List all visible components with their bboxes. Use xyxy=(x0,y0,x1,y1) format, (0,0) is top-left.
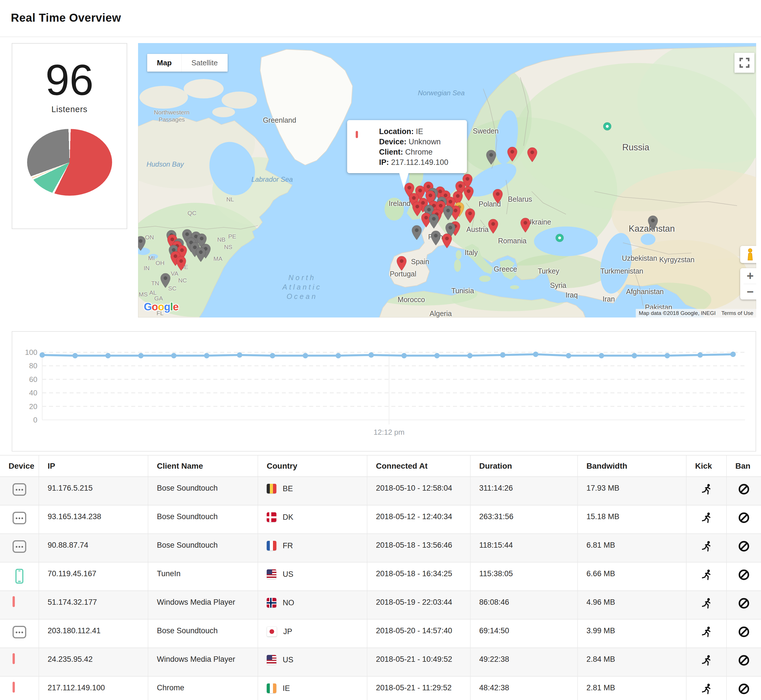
ban-icon xyxy=(738,683,750,695)
ban-button[interactable] xyxy=(738,597,750,609)
map-marker-pin[interactable] xyxy=(160,273,171,289)
kick-icon xyxy=(701,626,712,638)
kick-icon xyxy=(701,483,712,495)
map-marker-pin[interactable] xyxy=(463,186,474,203)
cell-device xyxy=(0,648,39,676)
map-marker-pin[interactable] xyxy=(520,218,531,234)
cell-ban xyxy=(727,620,761,647)
cell-client-name: Windows Media Player xyxy=(148,591,258,619)
cell-bandwidth: 6.66 MB xyxy=(578,562,686,591)
ban-button[interactable] xyxy=(738,626,750,638)
cell-connected-at: 2018-05-10 - 12:58:04 xyxy=(367,477,470,505)
cell-kick xyxy=(686,677,727,700)
kick-button[interactable] xyxy=(701,597,712,609)
cell-client-name: Windows Media Player xyxy=(148,648,258,676)
pie-chart xyxy=(27,129,112,196)
ban-button[interactable] xyxy=(738,683,750,695)
kick-button[interactable] xyxy=(701,540,712,552)
cell-client-name: Bose Soundtouch xyxy=(148,477,258,505)
map-marker-pin[interactable] xyxy=(176,256,186,272)
svg-text:80: 80 xyxy=(29,361,38,370)
kick-button[interactable] xyxy=(701,512,712,524)
ban-button[interactable] xyxy=(738,540,750,552)
col-connected-at: Connected At xyxy=(367,456,470,477)
kick-icon xyxy=(701,683,712,695)
map-type-satellite-button[interactable]: Satellite xyxy=(181,54,228,72)
map-marker-pin[interactable] xyxy=(396,256,407,272)
map-marker-dot[interactable] xyxy=(603,122,612,132)
map-marker-pin[interactable] xyxy=(647,216,658,232)
kick-button[interactable] xyxy=(701,683,712,695)
map-marker-pin[interactable] xyxy=(465,208,475,225)
map-type-map-button[interactable]: Map xyxy=(147,54,181,72)
kick-button[interactable] xyxy=(701,626,712,638)
country-code: BE xyxy=(283,484,293,493)
cell-ban xyxy=(727,648,761,676)
zoom-out-button[interactable]: − xyxy=(740,284,756,300)
attribution-text: Map data ©2018 Google, INEGI xyxy=(636,309,719,317)
cell-duration: 48:42:38 xyxy=(470,677,578,700)
ban-button[interactable] xyxy=(738,512,750,524)
cell-connected-at: 2018-05-21 - 11:29:52 xyxy=(367,677,470,700)
country-flag-icon xyxy=(267,541,277,550)
fullscreen-button[interactable] xyxy=(734,53,755,73)
cell-ip: 217.112.149.100 xyxy=(39,677,148,700)
map-marker-pin[interactable] xyxy=(492,189,503,205)
cell-client-name: Bose Soundtouch xyxy=(148,505,258,533)
kick-icon xyxy=(701,569,712,581)
country-code: IE xyxy=(283,684,290,693)
cell-kick xyxy=(686,648,727,676)
map-marker-pin[interactable] xyxy=(443,205,453,222)
pegman-icon xyxy=(745,248,755,261)
line-chart-graphic: 10080604020012:12 pm xyxy=(12,332,756,451)
map-marker-pin[interactable] xyxy=(428,214,439,230)
cell-duration: 118:15:44 xyxy=(470,534,578,562)
ban-icon xyxy=(738,512,750,524)
kick-button[interactable] xyxy=(701,655,712,666)
map-marker-pin[interactable] xyxy=(442,233,452,250)
cell-country: FR xyxy=(258,534,367,562)
ban-button[interactable] xyxy=(738,483,750,495)
ban-button[interactable] xyxy=(738,655,750,666)
map-type-control: Map Satellite xyxy=(147,54,228,72)
cell-duration: 86:08:46 xyxy=(470,591,578,619)
table-row: 91.176.5.215Bose SoundtouchBE2018-05-10 … xyxy=(0,477,761,505)
map-marker-pin[interactable] xyxy=(527,147,538,164)
map-marker-dot[interactable] xyxy=(555,233,564,244)
map-marker-pin[interactable] xyxy=(411,225,422,242)
col-device: Device xyxy=(0,456,39,477)
map-marker-pin[interactable] xyxy=(430,230,441,247)
cell-bandwidth: 15.18 MB xyxy=(578,505,686,533)
kick-button[interactable] xyxy=(701,483,712,495)
map-marker-pin[interactable] xyxy=(486,150,497,166)
terms-of-use-link[interactable]: Terms of Use xyxy=(719,309,756,317)
kick-icon xyxy=(701,512,712,524)
ban-button[interactable] xyxy=(738,569,750,581)
kick-button[interactable] xyxy=(701,569,712,581)
table-row: 90.88.87.74Bose SoundtouchFR2018-05-18 -… xyxy=(0,534,761,562)
cell-connected-at: 2018-05-19 - 22:03:44 xyxy=(367,591,470,619)
listeners-label: Listeners xyxy=(12,105,127,114)
map-marker-pin[interactable] xyxy=(488,219,498,235)
map-tooltip: Location: IE Device: Unknown Client: Chr… xyxy=(347,120,467,173)
cell-kick xyxy=(686,591,727,619)
map-marker-pin[interactable] xyxy=(507,147,518,163)
map-marker-pin[interactable] xyxy=(195,247,206,264)
laptop-device-icon xyxy=(13,683,26,692)
map-marker-pin[interactable] xyxy=(138,236,146,252)
map[interactable]: Norwegian SeaHudson BayLabrador SeaNorth… xyxy=(138,43,756,317)
pegman-button[interactable] xyxy=(740,246,756,263)
zoom-in-button[interactable]: + xyxy=(740,268,756,284)
cell-ip: 24.235.95.42 xyxy=(39,648,148,676)
laptop-icon xyxy=(356,132,374,137)
cell-ip: 51.174.32.177 xyxy=(39,591,148,619)
cell-country: JP xyxy=(258,620,367,647)
country-flag-icon xyxy=(267,484,277,494)
col-bandwidth: Bandwidth xyxy=(578,456,686,477)
country-code: US xyxy=(283,656,294,664)
cell-bandwidth: 4.96 MB xyxy=(578,591,686,619)
cell-country: BE xyxy=(258,477,367,505)
world-map-graphic xyxy=(138,43,756,317)
cell-country: DK xyxy=(258,505,367,533)
cell-country: US xyxy=(258,648,367,676)
